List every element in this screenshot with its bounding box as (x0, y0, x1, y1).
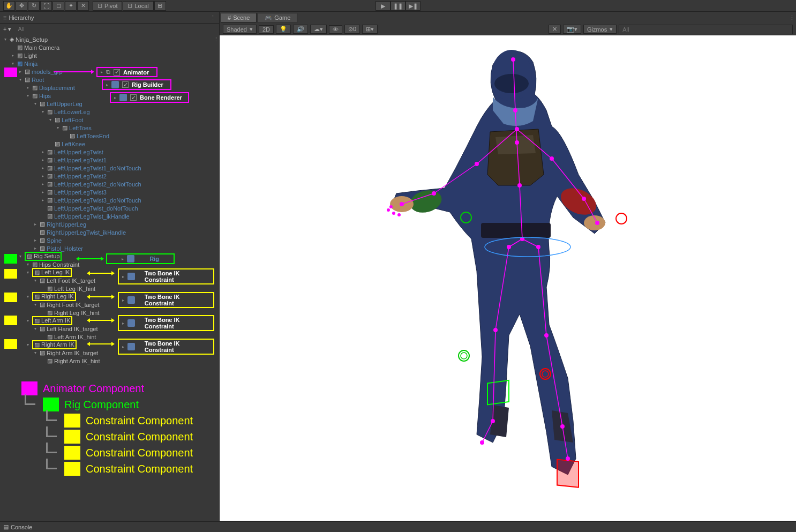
pause-button[interactable]: ❚❚ (391, 1, 405, 11)
step-button[interactable]: ▶❚ (405, 1, 420, 11)
tree-item[interactable]: ▾▨ LeftFoot (0, 116, 219, 124)
tree-item[interactable]: ▨ Right Arm IK_hint (0, 357, 219, 365)
svg-point-33 (507, 245, 511, 249)
arrow-magenta (54, 71, 91, 72)
pivot-toggle-button[interactable]: ⊡Pivot (93, 1, 122, 11)
tree-item-ninja[interactable]: ▾▨ Ninja (0, 59, 219, 68)
tools-button[interactable]: ✕ (549, 25, 561, 34)
tree-item[interactable]: ▸▨ Spine (0, 236, 219, 244)
legend-connector (46, 426, 57, 437)
tree-item[interactable]: ▨ LeftUpperLegTwist_ikHandle (0, 212, 219, 220)
scene-menu-button[interactable]: ⋮ (213, 36, 219, 43)
cube-icon: ▨ (25, 68, 30, 75)
audio-toggle-button[interactable]: 🔊 (293, 25, 308, 34)
visibility-toggle-button[interactable]: 👁 (329, 25, 342, 34)
tree-item[interactable]: ▸▨ LeftUpperLegTwist1 (0, 156, 219, 164)
tree-item[interactable]: ▨ LeftKnee (0, 140, 219, 148)
tree-item[interactable]: ▸▨ LeftUpperLegTwist2 (0, 172, 219, 180)
camera-button[interactable]: 📷▾ (563, 25, 581, 34)
legend-constraint-label: Constraint Component (86, 431, 193, 443)
svg-point-48 (387, 208, 390, 212)
snap-toggle-button[interactable]: ⊞ (154, 1, 166, 11)
tree-item[interactable]: ▸▨ Pistol_Holster (0, 244, 219, 252)
svg-point-50 (397, 213, 401, 216)
scene-tabs-menu-button[interactable]: ⋮ (789, 14, 795, 21)
cube-icon: ▨ (17, 44, 22, 51)
callout-ik-1: ▸Two Bone IK Constraint (118, 268, 214, 284)
shading-dropdown[interactable]: Shaded ▾ (223, 25, 257, 34)
main-toolbar: ✋ ✥ ↻ ⛶ ◻ ✦ ✕ ⊡Pivot ⊡Local ⊞ ▶ ❚❚ ▶❚ (0, 0, 796, 12)
cube-icon: ▨ (32, 261, 37, 268)
move-tool-button[interactable]: ✥ (16, 1, 27, 11)
cube-icon: ▨ (40, 325, 45, 332)
scene-tab[interactable]: #Scene (221, 13, 257, 23)
arrow-yellow-4 (90, 343, 111, 344)
pivot-icon: ⊡ (97, 2, 102, 9)
hierarchy-menu-button[interactable]: ⋮ (210, 14, 216, 21)
scale-tool-button[interactable]: ⛶ (40, 1, 52, 11)
scene-icon: # (228, 14, 231, 21)
cube-icon: ▨ (47, 164, 52, 171)
cube-icon: ▨ (55, 140, 60, 147)
hidden-toggle-button[interactable]: ⊘0 (344, 25, 360, 34)
tree-item[interactable]: ▨ LeftUpperLegTwist_doNotTouch (0, 204, 219, 212)
rect-tool-button[interactable]: ◻ (52, 1, 64, 11)
rotate-tool-button[interactable]: ↻ (28, 1, 40, 11)
scene-viewport[interactable] (220, 35, 796, 521)
game-icon: 🎮 (265, 14, 272, 21)
callout-rig-builder: ▸✓Rig Builder (102, 79, 171, 90)
tree-item[interactable]: ▸▨ LeftUpperLegTwist3_doNotTouch (0, 196, 219, 204)
callout-rig: ▸Rig (106, 253, 175, 264)
grid-toggle-button[interactable]: ⊞▾ (362, 25, 378, 34)
marker-green (4, 254, 17, 264)
tree-item[interactable]: ▨ RightUpperLegTwist_ikHandle (0, 228, 219, 236)
ninja-character (295, 35, 670, 501)
tree-item[interactable]: ▾▨ LeftToes (0, 124, 219, 132)
console-label: Console (11, 524, 32, 530)
tree-item[interactable]: ▸▨ LeftUpperLegTwist1_doNotTouch (0, 164, 219, 172)
scene-search-input[interactable] (619, 25, 793, 34)
scene-root-row[interactable]: ▾◈ Ninja_Setup⋮ (0, 35, 219, 43)
svg-point-28 (513, 108, 517, 113)
cube-icon: ▨ (40, 301, 45, 308)
svg-point-40 (566, 456, 570, 461)
hierarchy-search-input[interactable] (14, 25, 216, 33)
cube-icon: ▨ (17, 52, 22, 59)
cube-icon: ▨ (47, 213, 52, 220)
legend-marker-yellow (64, 414, 80, 428)
legend-marker-yellow (64, 430, 80, 444)
tree-item[interactable]: ▨ LeftToesEnd (0, 132, 219, 140)
tree-item[interactable]: ▸▨ RightUpperLeg (0, 220, 219, 228)
mode-2d-button[interactable]: 2D (259, 25, 274, 34)
arrow-green (79, 258, 101, 259)
hand-tool-button[interactable]: ✋ (3, 1, 15, 11)
cube-icon: ▨ (55, 116, 60, 123)
transform-tool-button[interactable]: ✦ (65, 1, 77, 11)
fx-toggle-button[interactable]: ☁▾ (310, 25, 327, 34)
create-dropdown-button[interactable]: + ▾ (3, 26, 11, 33)
lighting-toggle-button[interactable]: 💡 (276, 25, 291, 34)
console-bar[interactable]: ▤ Console (0, 521, 796, 532)
scene-panel: #Scene 🎮Game ⋮ Shaded ▾ 2D 💡 🔊 ☁▾ 👁 ⊘0 ⊞… (220, 12, 796, 521)
tree-item[interactable]: ▨ Left Leg IK_hint (0, 284, 219, 293)
tree-item[interactable]: ▾▨ LeftLowerLeg (0, 108, 219, 116)
game-tab[interactable]: 🎮Game (258, 13, 297, 23)
legend-rig-label: Rig Component (64, 399, 139, 411)
callout-bone-renderer: ▸✓Bone Renderer (110, 92, 189, 103)
play-button[interactable]: ▶ (376, 1, 391, 11)
tree-item[interactable]: ▨ Main Camera (0, 43, 219, 51)
cube-icon: ▨ (25, 76, 30, 83)
cube-icon: ▨ (32, 92, 37, 99)
local-toggle-button[interactable]: ⊡Local (123, 1, 153, 11)
gizmos-dropdown[interactable]: Gizmos ▾ (583, 25, 617, 34)
svg-point-45 (582, 197, 586, 201)
tree-item[interactable]: ▸▨ LeftUpperLegTwist (0, 148, 219, 156)
arrow-yellow-1 (90, 273, 111, 274)
hierarchy-icon: ≡ (3, 14, 6, 21)
tree-item[interactable]: ▸▨ LeftUpperLegTwist2_doNotTouch (0, 180, 219, 188)
callout-ik-4: ▸Two Bone IK Constraint (118, 339, 214, 355)
tree-item[interactable]: ▸▨ LeftUpperLegTwist3 (0, 188, 219, 196)
tree-item[interactable]: ▸▨ Light (0, 51, 219, 59)
custom-tool-button[interactable]: ✕ (77, 1, 89, 11)
cube-icon: ▨ (40, 229, 45, 236)
